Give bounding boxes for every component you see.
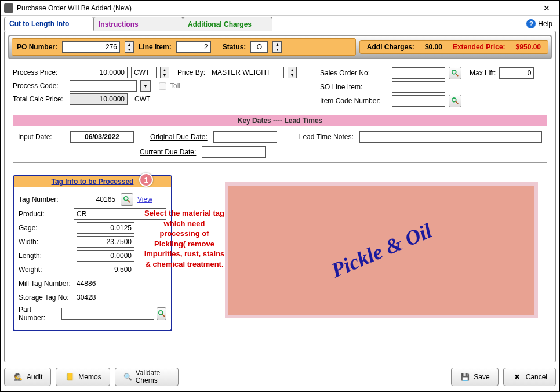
storage-tag-label: Storage Tag No: [19,293,71,302]
window-title: Purchase Order Will Be Added (New) [17,4,537,12]
summary-bar: PO Number: ▲▼ Line Item: Status: ▲▼ Addl… [8,35,552,59]
svg-point-6 [158,311,162,315]
cancel-label: Cancel [526,373,547,381]
price-by-field[interactable] [209,67,284,78]
tag-number-lookup[interactable] [121,193,133,206]
svg-line-1 [456,74,458,76]
toll-checkbox [159,82,166,90]
process-price-label: Process Price: [13,68,66,77]
preview-box: Pickle & Oil [225,182,538,318]
extended-price-value: $950.00 [516,43,541,51]
audit-icon: 🕵️ [13,372,23,382]
item-code-label: Item Code Number: [320,97,388,105]
gage-label: Gage: [19,224,74,232]
svg-line-5 [128,200,130,202]
maxlift-field[interactable] [499,67,534,79]
process-code-field[interactable] [70,80,137,92]
total-calc-label: Total Calc Price: [13,95,66,103]
addl-charges-label: Addl Charges: [367,43,414,51]
item-code-lookup[interactable] [449,95,461,107]
tab-additional-charges[interactable]: Additional Charges [183,17,272,31]
tab-cut-to-length[interactable]: Cut to Length Info [4,17,94,31]
price-by-spinner[interactable]: ▲▼ [288,67,297,78]
process-code-dropdown[interactable]: ▼ [140,80,151,92]
audit-button[interactable]: 🕵️ Audit [4,368,51,386]
memos-label: Memos [78,373,101,381]
svg-point-2 [452,98,456,102]
current-due-field[interactable] [202,146,266,158]
callout-badge: 1 [139,173,153,187]
status-label: Status: [223,43,246,51]
process-price-field[interactable] [70,67,128,78]
save-button[interactable]: 💾 Save [451,368,498,386]
storage-tag-field[interactable] [74,292,166,303]
lead-notes-label: Lead Time Notes: [299,133,354,141]
part-number-label: Part Number: [19,306,59,322]
help-icon: ? [526,19,536,28]
po-number-label: PO Number: [17,43,57,51]
toll-label: Toll [170,82,180,90]
item-code-field[interactable] [392,95,445,107]
mill-tag-field[interactable] [74,278,166,289]
status-field[interactable] [250,41,268,53]
tag-number-label: Tag Number: [19,195,74,204]
gage-field[interactable] [77,222,134,234]
line-item-field[interactable] [176,41,211,53]
total-calc-unit: CWT [134,95,150,103]
lead-notes-field[interactable] [359,131,542,143]
svg-point-0 [452,70,456,74]
weight-label: Weight: [19,266,74,274]
cancel-icon: ✖ [512,372,522,382]
so-line-field[interactable] [392,81,445,93]
memos-button[interactable]: 📒 Memos [56,368,110,386]
help-link[interactable]: ? Help [523,19,556,28]
key-dates-header: Key Dates ---- Lead Times [13,115,547,126]
line-item-label: Line Item: [139,43,172,51]
tag-number-field[interactable] [77,194,118,205]
cancel-button[interactable]: ✖ Cancel [503,368,556,386]
validate-chems-button[interactable]: 🔍 Validate Chems [115,368,179,386]
validate-label: Validate Chems [136,369,170,384]
validate-icon: 🔍 [123,372,132,382]
callout-text: Select the material tag which need proce… [144,208,225,269]
input-date-field[interactable] [70,131,134,143]
svg-line-3 [456,101,458,104]
status-spinner[interactable]: ▲▼ [272,41,282,53]
close-button[interactable]: ✕ [537,2,556,14]
mill-tag-label: Mill Tag Number: [19,280,71,288]
maxlift-label: Max Lift: [470,69,496,77]
width-field[interactable] [77,236,134,248]
length-label: Length: [19,252,74,260]
part-number-field[interactable] [61,308,154,320]
so-line-label: SO Line Item: [320,83,388,91]
part-number-lookup[interactable] [157,307,166,320]
sales-order-label: Sales Order No: [320,69,388,77]
process-code-label: Process Code: [13,82,66,90]
svg-line-7 [162,314,165,317]
memos-icon: 📒 [64,372,75,382]
view-link[interactable]: View [136,195,154,204]
sales-order-field[interactable] [392,67,445,79]
weight-field[interactable] [77,264,134,275]
extended-price-label: Extended Price: [453,43,506,51]
save-label: Save [474,373,489,381]
product-label: Product: [19,210,71,218]
save-icon: 💾 [460,372,470,382]
help-label: Help [538,20,552,28]
po-number-spinner[interactable]: ▲▼ [125,41,134,53]
sales-order-lookup[interactable] [449,67,461,79]
svg-point-4 [124,197,128,201]
original-due-label: Original Due Date: [150,133,208,141]
po-number-field[interactable] [62,41,120,53]
process-price-unit-spinner[interactable]: ▲▼ [160,67,169,78]
audit-label: Audit [27,373,42,381]
original-due-field[interactable] [213,131,277,143]
total-calc-field [70,93,128,105]
length-field[interactable] [77,250,134,262]
key-dates-panel: Key Dates ---- Lead Times Input Date: Or… [13,115,547,163]
input-date-label: Input Date: [18,133,64,141]
price-by-label: Price By: [177,68,205,77]
tab-instructions[interactable]: Instructions [93,17,183,31]
process-price-unit[interactable] [131,67,157,78]
addl-charges-value: $0.00 [425,43,442,51]
